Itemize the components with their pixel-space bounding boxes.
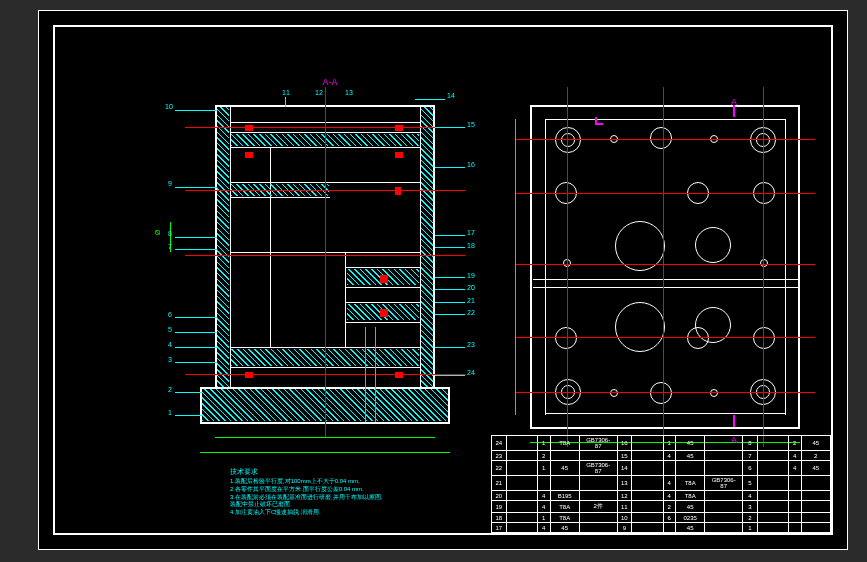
balloon-5: 5 xyxy=(168,326,172,333)
balloon-16: 16 xyxy=(467,161,475,168)
balloon-15: 15 xyxy=(467,121,475,128)
balloon-7: 7 xyxy=(168,243,172,250)
section-arrow xyxy=(595,117,603,125)
drawing-frame: A-A Ø 10 11 12 13 14 15 16 9 8 7 17 18 1… xyxy=(53,25,833,535)
balloon-2: 2 xyxy=(168,386,172,393)
balloon-20: 20 xyxy=(467,284,475,291)
parts-list: 241T8AGB7306-87 16145 8245 232 15445 742… xyxy=(491,435,831,533)
leader xyxy=(175,110,217,111)
balloon-14: 14 xyxy=(447,92,455,99)
balloon-9: 9 xyxy=(168,180,172,187)
balloon-12: 12 xyxy=(315,89,323,96)
notes-title: 技术要求 xyxy=(230,467,490,476)
hatch xyxy=(217,107,229,387)
balloon-3: 3 xyxy=(168,356,172,363)
balloon-17: 17 xyxy=(467,229,475,236)
balloon-19: 19 xyxy=(467,272,475,279)
balloon-24: 24 xyxy=(467,369,475,376)
balloon-4: 4 xyxy=(168,341,172,348)
balloon-6: 6 xyxy=(168,311,172,318)
plan-outline xyxy=(530,105,800,107)
balloon-10: 10 xyxy=(165,103,173,110)
balloon-22: 22 xyxy=(467,309,475,316)
title-block: 241T8AGB7306-87 16145 8245 232 15445 742… xyxy=(491,448,831,533)
balloon-11: 11 xyxy=(282,89,290,96)
balloon-18: 18 xyxy=(467,242,475,249)
tech-notes: 技术要求 1.装配后检验平行度,对100mm上不大于0.04 mm, 2.各零件… xyxy=(230,467,490,517)
balloon-21: 21 xyxy=(467,297,475,304)
balloon-23: 23 xyxy=(467,341,475,348)
balloon-8: 8 xyxy=(168,230,172,237)
section-label: A-A xyxy=(315,77,345,87)
balloon-13: 13 xyxy=(345,89,353,96)
balloon-1: 1 xyxy=(168,409,172,416)
fastener xyxy=(245,125,253,131)
